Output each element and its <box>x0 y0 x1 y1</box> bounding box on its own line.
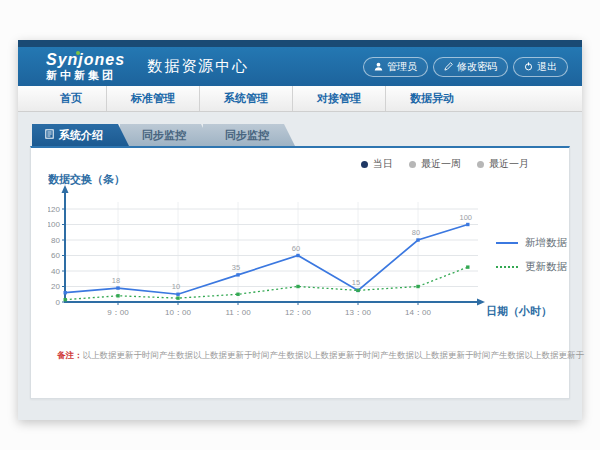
tab-bar: 系统介绍 同步监控 同步监控 <box>32 124 295 146</box>
svg-text:40: 40 <box>51 267 60 276</box>
svg-text:10：00: 10：00 <box>165 308 191 317</box>
svg-text:15: 15 <box>352 278 360 287</box>
nav-item-interface-mgmt[interactable]: 对接管理 <box>293 86 386 111</box>
radio-selected-icon <box>361 161 368 168</box>
power-icon <box>524 62 533 71</box>
svg-text:20: 20 <box>51 282 60 291</box>
svg-text:12：00: 12：00 <box>285 308 311 317</box>
svg-text:80: 80 <box>51 236 60 245</box>
app-header: Synjones 新中新集团 数据资源中心 管理员 修改密码 <box>18 47 582 86</box>
document-icon <box>45 124 54 146</box>
svg-text:18: 18 <box>112 276 120 285</box>
svg-text:数据交换（条）: 数据交换（条） <box>48 173 125 186</box>
svg-text:10: 10 <box>172 282 180 291</box>
legend-new-data: 新增数据 <box>496 236 567 250</box>
filter-last-month-label: 最近一月 <box>489 157 529 171</box>
time-range-filters: 当日 最近一周 最近一月 <box>361 157 529 171</box>
nav-item-system-mgmt[interactable]: 系统管理 <box>200 86 293 111</box>
nav-item-home[interactable]: 首页 <box>36 86 107 111</box>
legend-new-data-label: 新增数据 <box>525 236 567 250</box>
company-logo: Synjones 新中新集团 <box>46 52 125 81</box>
exchange-line-chart: 0204060801001209：0010：0011：0012：0013：001… <box>48 172 568 322</box>
admin-user-label: 管理员 <box>387 60 417 74</box>
svg-text:9：00: 9：00 <box>107 308 129 317</box>
svg-text:60: 60 <box>51 251 60 260</box>
svg-text:60: 60 <box>292 244 300 253</box>
logout-button[interactable]: 退出 <box>513 57 568 77</box>
tab-system-intro-label: 系统介绍 <box>59 124 103 146</box>
svg-text:0: 0 <box>56 298 61 307</box>
svg-text:100: 100 <box>460 213 473 222</box>
radio-unselected-icon <box>477 161 484 168</box>
change-password-label: 修改密码 <box>457 60 497 74</box>
nav-item-standard-mgmt[interactable]: 标准管理 <box>107 86 200 111</box>
filter-today-label: 当日 <box>373 157 393 171</box>
logo-accent-dot <box>76 51 80 55</box>
header-actions: 管理员 修改密码 退出 <box>363 57 568 77</box>
svg-text:14：00: 14：00 <box>405 308 431 317</box>
svg-text:80: 80 <box>412 228 420 237</box>
filter-last-month[interactable]: 最近一月 <box>477 157 529 171</box>
tab-sync-monitor-2[interactable]: 同步监控 <box>203 124 295 146</box>
legend-update-data: 更新数据 <box>496 260 567 274</box>
admin-user-button[interactable]: 管理员 <box>363 57 428 77</box>
svg-text:120: 120 <box>48 205 61 214</box>
tab-system-intro[interactable]: 系统介绍 <box>32 124 129 146</box>
filter-last-week-label: 最近一周 <box>421 157 461 171</box>
svg-text:13：00: 13：00 <box>345 308 371 317</box>
filter-last-week[interactable]: 最近一周 <box>409 157 461 171</box>
edit-icon <box>444 62 453 71</box>
filter-today[interactable]: 当日 <box>361 157 393 171</box>
solid-line-icon <box>496 242 518 244</box>
chart-legend: 新增数据 更新数据 <box>496 236 567 284</box>
chart-card: 当日 最近一周 最近一月 0204060801001209：0010：0011：… <box>30 146 570 399</box>
window-top-strip <box>18 40 582 47</box>
svg-text:35: 35 <box>232 263 240 272</box>
svg-text:11：00: 11：00 <box>225 308 251 317</box>
change-password-button[interactable]: 修改密码 <box>433 57 508 77</box>
user-icon <box>374 62 383 71</box>
radio-unselected-icon <box>409 161 416 168</box>
logo-wordmark: Synjones <box>46 52 125 68</box>
logo-company-name: 新中新集团 <box>46 70 125 81</box>
footnote-prefix: 备注： <box>57 350 83 360</box>
app-window: Synjones 新中新集团 数据资源中心 管理员 修改密码 <box>18 40 582 420</box>
page-title: 数据资源中心 <box>147 57 249 76</box>
footnote: 备注：以上数据更新于时间产生数据以上数据更新于时间产生数据以上数据更新于时间产生… <box>57 350 584 362</box>
tab-sync-monitor-1[interactable]: 同步监控 <box>120 124 212 146</box>
svg-text:100: 100 <box>48 220 61 229</box>
dotted-line-icon <box>496 266 518 268</box>
main-nav: 首页 标准管理 系统管理 对接管理 数据异动 <box>18 86 582 112</box>
legend-update-data-label: 更新数据 <box>525 260 567 274</box>
logout-label: 退出 <box>537 60 557 74</box>
nav-item-data-change[interactable]: 数据异动 <box>386 86 478 111</box>
content-area: 系统介绍 同步监控 同步监控 当日 最近一周 最近一月 0204 <box>18 112 582 419</box>
footnote-text: 以上数据更新于时间产生数据以上数据更新于时间产生数据以上数据更新于时间产生数据以… <box>83 350 585 360</box>
svg-text:日期（小时）: 日期（小时） <box>486 305 552 318</box>
